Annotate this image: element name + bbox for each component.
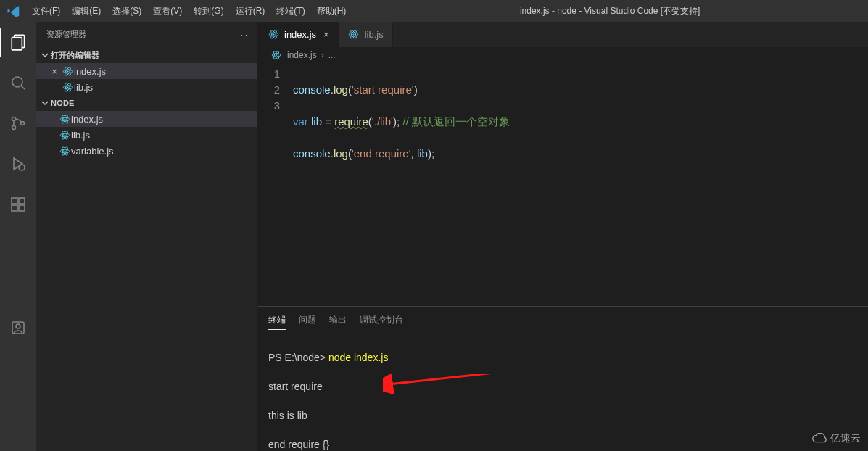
file-label: variable.js [71,146,114,157]
title-bar: 文件(F) 编辑(E) 选择(S) 查看(V) 转到(G) 运行(R) 终端(T… [0,0,868,22]
open-editor-item[interactable]: × index.js [36,63,257,79]
react-icon [58,114,71,125]
file-tree-item[interactable]: lib.js [36,127,257,143]
close-icon[interactable]: × [48,66,61,77]
svg-point-4 [12,117,16,121]
menu-select[interactable]: 选择(S) [107,5,147,17]
svg-point-38 [273,34,274,36]
main-menu: 文件(F) 编辑(E) 选择(S) 查看(V) 转到(G) 运行(R) 终端(T… [26,5,352,17]
bottom-panel: 终端 问题 输出 调试控制台 PS E:\node> node index.js… [258,306,868,451]
react-icon [61,82,74,93]
breadcrumb-file: index.js [287,50,317,60]
menu-view[interactable]: 查看(V) [147,5,188,17]
file-label: index.js [74,66,106,77]
svg-point-18 [67,70,68,72]
terminal[interactable]: PS E:\node> node index.js start require … [258,330,868,451]
explorer-sidebar: 资源管理器 ··· 打开的编辑器 × index.js lib.js [36,22,258,451]
tab-lib[interactable]: lib.js [339,22,393,47]
activity-bar [0,22,36,451]
file-label: lib.js [74,82,93,93]
react-icon [267,29,280,40]
react-icon [61,66,74,77]
menu-help[interactable]: 帮助(H) [311,5,352,17]
svg-rect-10 [12,205,17,211]
more-actions-icon[interactable]: ··· [241,30,247,39]
editor-group: index.js × lib.js index.js › ... 1 2 3 c… [258,22,868,451]
menu-goto[interactable]: 转到(G) [188,5,229,17]
panel-tab-problems[interactable]: 问题 [299,311,316,330]
run-debug-icon[interactable] [0,149,36,178]
svg-rect-1 [12,38,22,50]
react-icon [347,29,360,40]
panel-tab-output[interactable]: 输出 [329,311,347,330]
open-editor-item[interactable]: lib.js [36,79,257,95]
react-icon [58,130,71,141]
breadcrumb-sep-icon: › [321,50,324,60]
breadcrumb[interactable]: index.js › ... [258,47,868,63]
editor-tabs: index.js × lib.js [258,22,868,47]
tab-index[interactable]: index.js × [258,22,339,47]
source-control-icon[interactable] [0,109,36,138]
panel-tab-debug[interactable]: 调试控制台 [360,311,403,330]
svg-point-2 [12,77,22,87]
file-tree-item[interactable]: index.js [36,111,257,127]
svg-line-3 [21,86,25,89]
svg-marker-7 [14,158,22,170]
menu-run[interactable]: 运行(R) [230,5,271,17]
react-icon [270,50,283,60]
chevron-down-icon [41,51,51,59]
svg-point-8 [19,165,25,170]
menu-terminal[interactable]: 终端(T) [270,5,310,17]
svg-point-42 [353,34,355,36]
code-editor[interactable]: 1 2 3 console.log('start require') var l… [258,63,868,194]
panel-tabs: 终端 问题 输出 调试控制台 [258,307,868,330]
svg-point-46 [276,54,277,56]
svg-point-26 [64,118,65,120]
menu-edit[interactable]: 编辑(E) [66,5,107,17]
menu-file[interactable]: 文件(F) [26,5,66,17]
svg-point-22 [67,86,68,88]
explorer-icon[interactable] [0,28,36,57]
svg-rect-12 [19,198,25,204]
svg-point-6 [21,122,25,125]
tab-label: lib.js [365,29,384,40]
search-icon[interactable] [0,68,36,97]
explorer-title: 资源管理器 [46,29,86,40]
open-editors-section[interactable]: 打开的编辑器 [36,47,257,63]
svg-rect-11 [19,205,25,211]
svg-point-30 [64,134,65,136]
folder-section[interactable]: NODE [36,95,257,111]
file-label: lib.js [71,130,90,141]
breadcrumb-tail: ... [328,50,336,60]
chevron-down-icon [41,99,51,107]
file-tree-item[interactable]: variable.js [36,143,257,159]
vscode-logo-icon [0,4,26,17]
accounts-icon[interactable] [0,313,36,342]
code-lines: console.log('start require') var lib = r… [293,66,868,194]
file-label: index.js [71,114,103,125]
svg-point-14 [16,324,20,328]
react-icon [58,146,71,157]
extensions-icon[interactable] [0,190,36,219]
tab-label: index.js [284,29,316,40]
window-title: index.js - node - Visual Studio Code [不受… [352,5,868,17]
watermark: 亿速云 [811,432,861,445]
svg-rect-9 [12,198,17,204]
svg-point-34 [64,150,65,152]
close-tab-icon[interactable]: × [323,29,329,40]
svg-point-5 [12,126,16,130]
line-numbers: 1 2 3 [258,66,293,194]
panel-tab-terminal[interactable]: 终端 [268,311,286,330]
